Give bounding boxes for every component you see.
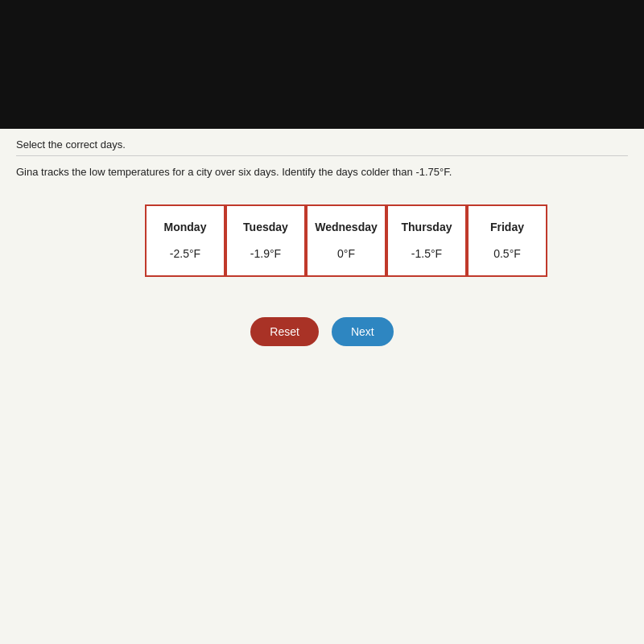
day-card-monday[interactable]: Monday-2.5°F	[145, 204, 225, 277]
days-container: Monday-2.5°FTuesday-1.9°FWednesday0°FThu…	[64, 204, 628, 277]
day-temp-tuesday: -1.9°F	[250, 247, 281, 260]
reset-button[interactable]: Reset	[250, 317, 319, 346]
instruction-header: Select the correct days.	[16, 138, 628, 156]
day-temp-wednesday: 0°F	[337, 247, 355, 260]
day-name-monday: Monday	[164, 221, 207, 233]
question-text: Gina tracks the low temperatures for a c…	[16, 164, 628, 180]
day-card-tuesday[interactable]: Tuesday-1.9°F	[225, 204, 306, 277]
buttons-row: Reset Next	[16, 317, 628, 346]
content-area: Select the correct days. Gina tracks the…	[0, 129, 644, 644]
day-name-tuesday: Tuesday	[243, 221, 288, 233]
day-card-thursday[interactable]: Thursday-1.5°F	[386, 204, 467, 277]
day-temp-thursday: -1.5°F	[411, 247, 442, 260]
day-name-wednesday: Wednesday	[315, 221, 378, 233]
day-name-thursday: Thursday	[401, 221, 452, 233]
top-black-area	[0, 0, 644, 129]
next-button[interactable]: Next	[332, 317, 394, 346]
day-card-wednesday[interactable]: Wednesday0°F	[306, 204, 386, 277]
day-temp-monday: -2.5°F	[170, 247, 200, 260]
day-temp-friday: 0.5°F	[493, 247, 521, 260]
day-name-friday: Friday	[490, 221, 524, 233]
day-card-friday[interactable]: Friday0.5°F	[467, 204, 547, 277]
